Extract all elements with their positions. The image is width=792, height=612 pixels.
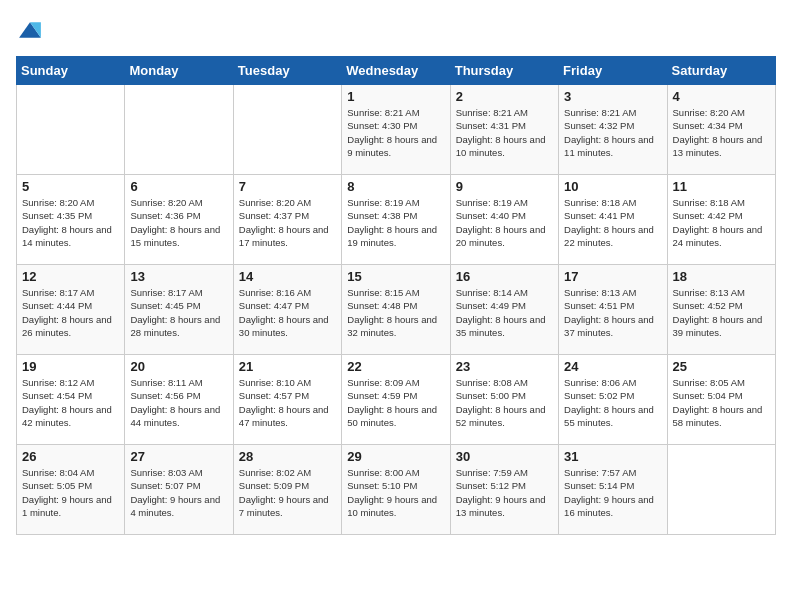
day-cell: 22Sunrise: 8:09 AMSunset: 4:59 PMDayligh… — [342, 355, 450, 445]
day-number: 27 — [130, 449, 227, 464]
day-cell: 17Sunrise: 8:13 AMSunset: 4:51 PMDayligh… — [559, 265, 667, 355]
day-number: 15 — [347, 269, 444, 284]
day-number: 9 — [456, 179, 553, 194]
day-info: Sunrise: 8:17 AMSunset: 4:44 PMDaylight:… — [22, 286, 119, 339]
day-info: Sunrise: 8:10 AMSunset: 4:57 PMDaylight:… — [239, 376, 336, 429]
day-info: Sunrise: 8:20 AMSunset: 4:36 PMDaylight:… — [130, 196, 227, 249]
weekday-header-row: SundayMondayTuesdayWednesdayThursdayFrid… — [17, 57, 776, 85]
weekday-header-wednesday: Wednesday — [342, 57, 450, 85]
day-number: 19 — [22, 359, 119, 374]
day-cell: 30Sunrise: 7:59 AMSunset: 5:12 PMDayligh… — [450, 445, 558, 535]
day-info: Sunrise: 8:19 AMSunset: 4:40 PMDaylight:… — [456, 196, 553, 249]
day-number: 14 — [239, 269, 336, 284]
day-cell: 8Sunrise: 8:19 AMSunset: 4:38 PMDaylight… — [342, 175, 450, 265]
day-info: Sunrise: 8:06 AMSunset: 5:02 PMDaylight:… — [564, 376, 661, 429]
weekday-header-saturday: Saturday — [667, 57, 775, 85]
day-cell: 7Sunrise: 8:20 AMSunset: 4:37 PMDaylight… — [233, 175, 341, 265]
logo-icon — [16, 16, 44, 44]
weekday-header-friday: Friday — [559, 57, 667, 85]
day-cell: 24Sunrise: 8:06 AMSunset: 5:02 PMDayligh… — [559, 355, 667, 445]
day-info: Sunrise: 8:18 AMSunset: 4:42 PMDaylight:… — [673, 196, 770, 249]
day-number: 5 — [22, 179, 119, 194]
day-cell: 16Sunrise: 8:14 AMSunset: 4:49 PMDayligh… — [450, 265, 558, 355]
weekday-header-tuesday: Tuesday — [233, 57, 341, 85]
day-cell: 29Sunrise: 8:00 AMSunset: 5:10 PMDayligh… — [342, 445, 450, 535]
day-info: Sunrise: 8:19 AMSunset: 4:38 PMDaylight:… — [347, 196, 444, 249]
day-info: Sunrise: 8:15 AMSunset: 4:48 PMDaylight:… — [347, 286, 444, 339]
day-cell: 6Sunrise: 8:20 AMSunset: 4:36 PMDaylight… — [125, 175, 233, 265]
day-cell: 25Sunrise: 8:05 AMSunset: 5:04 PMDayligh… — [667, 355, 775, 445]
day-number: 6 — [130, 179, 227, 194]
day-info: Sunrise: 8:02 AMSunset: 5:09 PMDaylight:… — [239, 466, 336, 519]
day-info: Sunrise: 8:20 AMSunset: 4:35 PMDaylight:… — [22, 196, 119, 249]
day-info: Sunrise: 8:20 AMSunset: 4:34 PMDaylight:… — [673, 106, 770, 159]
day-info: Sunrise: 8:04 AMSunset: 5:05 PMDaylight:… — [22, 466, 119, 519]
day-number: 2 — [456, 89, 553, 104]
day-cell — [17, 85, 125, 175]
day-cell: 18Sunrise: 8:13 AMSunset: 4:52 PMDayligh… — [667, 265, 775, 355]
week-row-4: 19Sunrise: 8:12 AMSunset: 4:54 PMDayligh… — [17, 355, 776, 445]
day-cell: 2Sunrise: 8:21 AMSunset: 4:31 PMDaylight… — [450, 85, 558, 175]
weekday-header-monday: Monday — [125, 57, 233, 85]
day-number: 29 — [347, 449, 444, 464]
day-number: 21 — [239, 359, 336, 374]
day-number: 16 — [456, 269, 553, 284]
week-row-2: 5Sunrise: 8:20 AMSunset: 4:35 PMDaylight… — [17, 175, 776, 265]
day-number: 24 — [564, 359, 661, 374]
day-number: 18 — [673, 269, 770, 284]
day-info: Sunrise: 8:17 AMSunset: 4:45 PMDaylight:… — [130, 286, 227, 339]
day-cell: 11Sunrise: 8:18 AMSunset: 4:42 PMDayligh… — [667, 175, 775, 265]
day-cell: 13Sunrise: 8:17 AMSunset: 4:45 PMDayligh… — [125, 265, 233, 355]
week-row-5: 26Sunrise: 8:04 AMSunset: 5:05 PMDayligh… — [17, 445, 776, 535]
day-cell: 21Sunrise: 8:10 AMSunset: 4:57 PMDayligh… — [233, 355, 341, 445]
day-cell: 3Sunrise: 8:21 AMSunset: 4:32 PMDaylight… — [559, 85, 667, 175]
day-number: 12 — [22, 269, 119, 284]
day-cell: 4Sunrise: 8:20 AMSunset: 4:34 PMDaylight… — [667, 85, 775, 175]
day-info: Sunrise: 8:05 AMSunset: 5:04 PMDaylight:… — [673, 376, 770, 429]
day-number: 26 — [22, 449, 119, 464]
day-cell: 23Sunrise: 8:08 AMSunset: 5:00 PMDayligh… — [450, 355, 558, 445]
day-info: Sunrise: 8:21 AMSunset: 4:31 PMDaylight:… — [456, 106, 553, 159]
day-number: 4 — [673, 89, 770, 104]
day-number: 11 — [673, 179, 770, 194]
day-number: 20 — [130, 359, 227, 374]
day-info: Sunrise: 8:20 AMSunset: 4:37 PMDaylight:… — [239, 196, 336, 249]
page-header — [16, 16, 776, 44]
day-info: Sunrise: 8:16 AMSunset: 4:47 PMDaylight:… — [239, 286, 336, 339]
day-info: Sunrise: 8:18 AMSunset: 4:41 PMDaylight:… — [564, 196, 661, 249]
day-number: 22 — [347, 359, 444, 374]
day-info: Sunrise: 8:09 AMSunset: 4:59 PMDaylight:… — [347, 376, 444, 429]
weekday-header-sunday: Sunday — [17, 57, 125, 85]
day-number: 30 — [456, 449, 553, 464]
day-number: 17 — [564, 269, 661, 284]
day-info: Sunrise: 8:12 AMSunset: 4:54 PMDaylight:… — [22, 376, 119, 429]
day-info: Sunrise: 7:57 AMSunset: 5:14 PMDaylight:… — [564, 466, 661, 519]
day-cell: 19Sunrise: 8:12 AMSunset: 4:54 PMDayligh… — [17, 355, 125, 445]
day-info: Sunrise: 8:21 AMSunset: 4:30 PMDaylight:… — [347, 106, 444, 159]
day-number: 13 — [130, 269, 227, 284]
day-number: 7 — [239, 179, 336, 194]
day-info: Sunrise: 8:13 AMSunset: 4:51 PMDaylight:… — [564, 286, 661, 339]
day-cell: 15Sunrise: 8:15 AMSunset: 4:48 PMDayligh… — [342, 265, 450, 355]
day-number: 23 — [456, 359, 553, 374]
day-info: Sunrise: 8:00 AMSunset: 5:10 PMDaylight:… — [347, 466, 444, 519]
day-info: Sunrise: 8:03 AMSunset: 5:07 PMDaylight:… — [130, 466, 227, 519]
day-number: 3 — [564, 89, 661, 104]
day-cell — [667, 445, 775, 535]
day-number: 1 — [347, 89, 444, 104]
day-number: 28 — [239, 449, 336, 464]
day-cell: 28Sunrise: 8:02 AMSunset: 5:09 PMDayligh… — [233, 445, 341, 535]
day-cell — [125, 85, 233, 175]
calendar-table: SundayMondayTuesdayWednesdayThursdayFrid… — [16, 56, 776, 535]
day-cell: 10Sunrise: 8:18 AMSunset: 4:41 PMDayligh… — [559, 175, 667, 265]
day-cell: 14Sunrise: 8:16 AMSunset: 4:47 PMDayligh… — [233, 265, 341, 355]
day-cell: 5Sunrise: 8:20 AMSunset: 4:35 PMDaylight… — [17, 175, 125, 265]
day-cell: 31Sunrise: 7:57 AMSunset: 5:14 PMDayligh… — [559, 445, 667, 535]
day-info: Sunrise: 8:14 AMSunset: 4:49 PMDaylight:… — [456, 286, 553, 339]
day-cell: 12Sunrise: 8:17 AMSunset: 4:44 PMDayligh… — [17, 265, 125, 355]
day-cell — [233, 85, 341, 175]
day-cell: 20Sunrise: 8:11 AMSunset: 4:56 PMDayligh… — [125, 355, 233, 445]
logo — [16, 16, 48, 44]
day-cell: 27Sunrise: 8:03 AMSunset: 5:07 PMDayligh… — [125, 445, 233, 535]
day-info: Sunrise: 8:21 AMSunset: 4:32 PMDaylight:… — [564, 106, 661, 159]
